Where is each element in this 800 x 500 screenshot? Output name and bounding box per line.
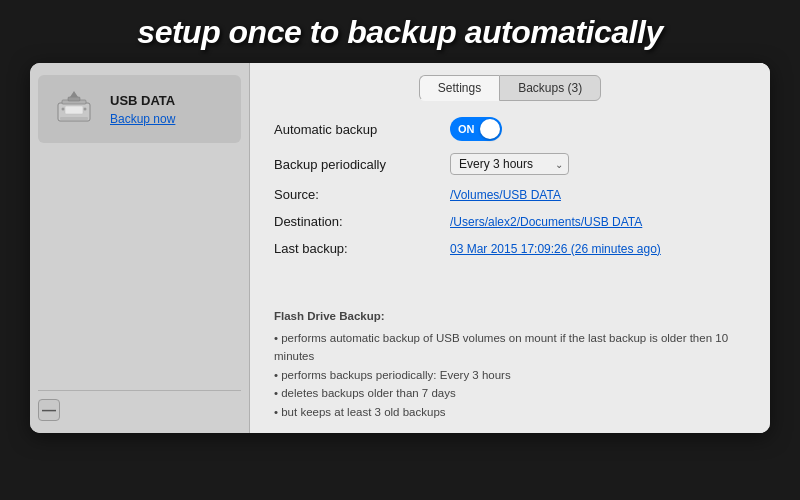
backup-periodically-dropdown-wrapper: Every 1 hour Every 2 hours Every 3 hours… (450, 153, 569, 175)
header-title: setup once to backup automatically (20, 14, 780, 51)
main-panel: USB DATA Backup now — Settings Backups (… (30, 63, 770, 433)
device-item[interactable]: USB DATA Backup now (38, 75, 241, 143)
automatic-backup-toggle[interactable]: ON (450, 117, 502, 141)
backup-periodically-select[interactable]: Every 1 hour Every 2 hours Every 3 hours… (450, 153, 569, 175)
destination-label: Destination: (274, 214, 434, 229)
last-backup-label: Last backup: (274, 241, 434, 256)
destination-path-link[interactable]: /Users/alex2/Documents/USB DATA (450, 215, 642, 229)
tabs-bar: Settings Backups (3) (250, 63, 770, 101)
automatic-backup-row: Automatic backup ON (274, 117, 746, 141)
backup-periodically-label: Backup periodically (274, 157, 434, 172)
settings-content: Automatic backup ON Backup periodically … (250, 101, 770, 297)
source-label: Source: (274, 187, 434, 202)
svg-rect-7 (65, 106, 83, 114)
tab-backups[interactable]: Backups (3) (499, 75, 601, 101)
content-area: Settings Backups (3) Automatic backup ON… (250, 63, 770, 433)
svg-rect-3 (68, 97, 80, 101)
automatic-backup-label: Automatic backup (274, 122, 434, 137)
backup-periodically-row: Backup periodically Every 1 hour Every 2… (274, 153, 746, 175)
device-info: USB DATA Backup now (110, 93, 175, 126)
info-box: Flash Drive Backup: • performs automatic… (250, 297, 770, 433)
info-line-2: • performs backups periodically: Every 3… (274, 366, 746, 384)
sidebar-spacer (38, 143, 241, 390)
toggle-on-label: ON (458, 123, 475, 135)
info-line-1: • performs automatic backup of USB volum… (274, 329, 746, 366)
destination-row: Destination: /Users/alex2/Documents/USB … (274, 214, 746, 229)
svg-point-6 (84, 108, 87, 111)
svg-marker-4 (70, 91, 78, 97)
device-icon (50, 85, 98, 133)
info-line-3: • deletes backups older than 7 days (274, 384, 746, 402)
drive-icon (52, 87, 96, 131)
source-path-link[interactable]: /Volumes/USB DATA (450, 188, 561, 202)
last-backup-value[interactable]: 03 Mar 2015 17:09:26 (26 minutes ago) (450, 242, 661, 256)
remove-button[interactable]: — (38, 399, 60, 421)
info-title: Flash Drive Backup: (274, 307, 746, 325)
header-banner: setup once to backup automatically (0, 0, 800, 63)
sidebar-bottom: — (38, 390, 241, 421)
tab-settings[interactable]: Settings (419, 75, 499, 101)
device-name: USB DATA (110, 93, 175, 108)
info-line-4: • but keeps at least 3 old backups (274, 403, 746, 421)
svg-rect-2 (60, 117, 88, 120)
toggle-knob (480, 119, 500, 139)
sidebar: USB DATA Backup now — (30, 63, 250, 433)
backup-now-link[interactable]: Backup now (110, 112, 175, 126)
last-backup-row: Last backup: 03 Mar 2015 17:09:26 (26 mi… (274, 241, 746, 256)
source-row: Source: /Volumes/USB DATA (274, 187, 746, 202)
svg-point-5 (62, 108, 65, 111)
